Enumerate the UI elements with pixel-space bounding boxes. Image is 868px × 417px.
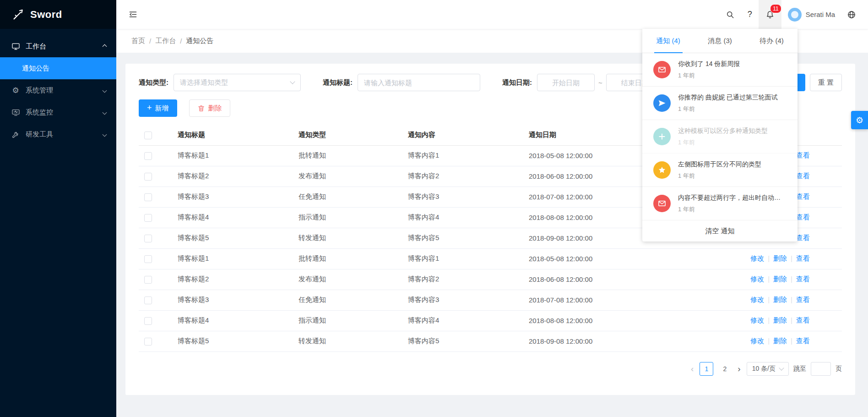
notification-time: 1 年前 [678, 172, 761, 180]
table-row: 博客标题1 批转通知 博客内容1 2018-05-08 12:00:00 修改删… [139, 248, 842, 269]
delete-link[interactable]: 删除 [764, 296, 787, 303]
chevron-down-icon [779, 365, 784, 370]
cell-content: 博客内容4 [402, 310, 523, 331]
row-actions: 修改删除查看 [750, 296, 810, 303]
breadcrumb-separator: / [180, 37, 182, 45]
plus-icon [653, 128, 671, 145]
row-checkbox[interactable] [144, 276, 152, 284]
sidebar-item-notice[interactable]: 通知公告 [0, 57, 116, 79]
cell-date: 2018-09-08 12:00:00 [523, 228, 633, 248]
row-actions: 修改删除查看 [750, 316, 810, 324]
start-date-input[interactable] [537, 74, 595, 91]
view-link[interactable]: 查看 [787, 337, 810, 345]
clear-notifications-button[interactable]: 清空 通知 [642, 220, 797, 241]
notification-title: 你收到了 14 份新周报 [678, 60, 740, 68]
sidebar-item-dev-tools[interactable]: 研发工具 [0, 123, 116, 145]
notification-item[interactable]: 你推荐的 曲妮妮 已通过第三轮面试 1 年前 [642, 87, 797, 120]
search-button[interactable] [719, 0, 741, 29]
row-checkbox[interactable] [144, 173, 152, 181]
breadcrumb-home[interactable]: 首页 [131, 37, 145, 45]
column-header-content: 通知内容 [402, 125, 523, 145]
row-checkbox[interactable] [144, 296, 152, 304]
cell-title: 博客标题2 [172, 269, 293, 290]
jump-page-input[interactable] [811, 362, 831, 376]
sidebar-item-workbench[interactable]: 工作台 [0, 35, 116, 57]
notification-time: 1 年前 [678, 138, 768, 147]
app-logo[interactable]: Sword [0, 0, 116, 29]
add-button[interactable]: + 新增 [139, 99, 177, 117]
cell-date: 2018-09-08 12:00:00 [523, 331, 633, 351]
cell-type: 发布通知 [293, 269, 402, 290]
next-page-icon[interactable]: › [736, 364, 742, 374]
view-link[interactable]: 查看 [787, 316, 810, 324]
notice-title-input[interactable] [358, 74, 480, 91]
row-checkbox[interactable] [144, 214, 152, 222]
sidebar-item-system-monitor[interactable]: 系统监控 [0, 101, 116, 123]
row-checkbox[interactable] [144, 193, 152, 201]
column-header-title: 通知标题 [172, 125, 293, 145]
cell-type: 批转通知 [293, 248, 402, 269]
modify-link[interactable]: 修改 [750, 275, 764, 283]
row-checkbox[interactable] [144, 317, 152, 325]
notification-item[interactable]: 左侧图标用于区分不同的类型 1 年前 [642, 154, 797, 187]
row-checkbox[interactable] [144, 235, 152, 242]
notification-tabs: 通知 (4) 消息 (3) 待办 (4) [642, 29, 797, 53]
row-checkbox[interactable] [144, 152, 152, 160]
page-number-1[interactable]: 1 [700, 362, 713, 376]
chevron-down-icon [103, 88, 107, 93]
delete-link[interactable]: 删除 [764, 254, 787, 262]
cell-type: 指示通知 [293, 310, 402, 331]
user-name: Serati Ma [806, 11, 835, 18]
sidebar-item-label: 工作台 [26, 42, 46, 51]
delete-button[interactable]: 删除 [189, 99, 230, 117]
notification-item[interactable]: 这种模板可以区分多种通知类型 1 年前 [642, 120, 797, 154]
breadcrumb-workbench[interactable]: 工作台 [155, 37, 176, 45]
row-actions: 修改删除查看 [750, 275, 810, 283]
modify-link[interactable]: 修改 [750, 296, 764, 303]
notice-type-select[interactable]: 请选择通知类型 [174, 74, 301, 91]
cell-content: 博客内容5 [402, 331, 523, 351]
modify-link[interactable]: 修改 [750, 254, 764, 262]
modify-link[interactable]: 修改 [750, 316, 764, 324]
reset-button[interactable]: 重 置 [810, 74, 842, 91]
question-icon: ? [748, 10, 752, 19]
prev-page-icon[interactable]: ‹ [689, 364, 695, 374]
help-button[interactable]: ? [741, 0, 759, 29]
delete-link[interactable]: 删除 [764, 337, 787, 345]
view-link[interactable]: 查看 [787, 275, 810, 283]
view-link[interactable]: 查看 [787, 254, 810, 262]
notification-item[interactable]: 内容不要超过两行字，超出时自动截断 1 年前 [642, 187, 797, 220]
sidebar-collapse-button[interactable] [116, 0, 150, 29]
user-menu[interactable]: Serati Ma [781, 0, 841, 29]
notification-time: 1 年前 [678, 71, 740, 80]
language-button[interactable] [841, 0, 868, 29]
row-checkbox[interactable] [144, 255, 152, 263]
delete-link[interactable]: 删除 [764, 275, 787, 283]
chevron-down-icon [103, 132, 107, 137]
cell-title: 博客标题3 [172, 187, 293, 207]
column-header-type: 通知类型 [293, 125, 402, 145]
tab-todos[interactable]: 待办 (4) [746, 29, 797, 53]
delete-link[interactable]: 删除 [764, 316, 787, 324]
sidebar: Sword 工作台 通知公告 ⚙ 系统管理 系统监控 [0, 0, 116, 417]
page-number-2[interactable]: 2 [718, 362, 732, 376]
sidebar-item-label: 研发工具 [26, 130, 53, 139]
settings-button[interactable]: ⚙ [851, 111, 868, 129]
view-link[interactable]: 查看 [787, 296, 810, 303]
modify-link[interactable]: 修改 [750, 337, 764, 345]
row-checkbox[interactable] [144, 338, 152, 346]
cell-type: 任免通知 [293, 187, 402, 207]
table-row: 博客标题5 转发通知 博客内容5 2018-09-08 12:00:00 修改删… [139, 331, 842, 351]
cell-content: 博客内容4 [402, 207, 523, 228]
notification-item[interactable]: 你收到了 14 份新周报 1 年前 [642, 53, 797, 87]
select-all-checkbox[interactable] [144, 132, 152, 139]
tab-messages[interactable]: 消息 (3) [694, 29, 746, 53]
sidebar-item-system-manage[interactable]: ⚙ 系统管理 [0, 79, 116, 101]
notifications-button[interactable]: 11 [759, 0, 781, 29]
monitor-icon [11, 108, 20, 117]
avatar [788, 8, 802, 22]
notification-panel: 通知 (4) 消息 (3) 待办 (4) 你收到了 14 份新周报 1 年前 你… [642, 29, 797, 241]
page-size-select[interactable]: 10 条/页 [747, 362, 789, 376]
tab-notifications[interactable]: 通知 (4) [642, 29, 694, 53]
chevron-down-icon [103, 110, 107, 115]
